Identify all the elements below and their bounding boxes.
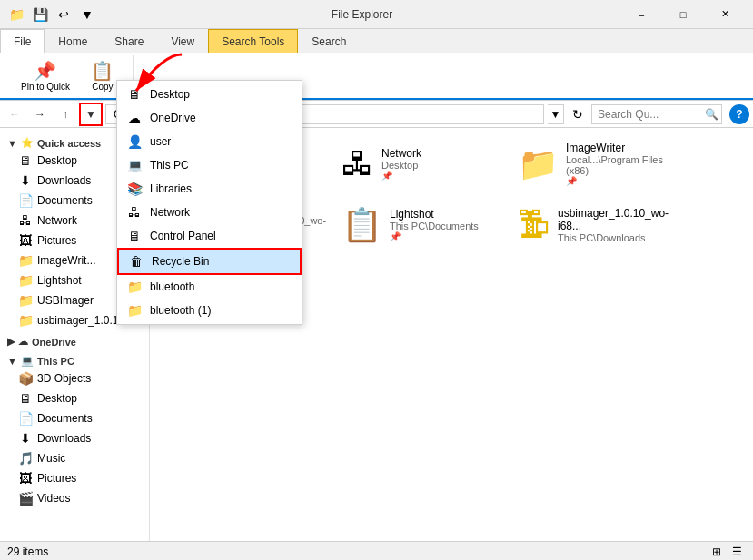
recent-locations-button[interactable]: ▼ [80,103,102,125]
pinned-imagewriter-name: ImageWriter [566,142,674,154]
dropdown-control-panel-icon: 🖥 [126,229,143,243]
dropdown-bluetooth-icon: 📁 [126,280,143,294]
dropdown-desktop-icon: 🖥 [126,87,143,102]
dropdown-this-pc-icon: 💻 [126,158,143,172]
pc-desktop-icon: 🖥 [18,391,33,406]
sidebar-item-pc-documents[interactable]: 📄 Documents [0,408,149,428]
tab-home[interactable]: Home [45,29,101,53]
back-button[interactable]: ← [4,103,25,125]
search-button[interactable]: 🔍 [701,105,721,123]
usbimager-icon: 📁 [18,293,33,308]
pinned-usbimager-file-sub: This PC\Downloads [558,232,674,243]
ribbon-tabs: File Home Share View Search Tools Search [0,29,753,53]
downloads-icon: ⬇ [18,173,33,188]
tab-file[interactable]: File [0,29,45,54]
quick-access-label: Quick access [37,138,101,149]
dropdown-item-network[interactable]: 🖧 Network [117,201,302,224]
pinned-item-lightshot[interactable]: 📋 Lightshot This PC\Documents 📌 [333,196,506,253]
pc-pictures-icon: 🖼 [18,471,33,486]
search-input[interactable] [592,105,701,123]
tab-view[interactable]: View [157,29,208,53]
sidebar-section-this-pc[interactable]: ▼ 💻 This PC [0,349,149,368]
sidebar-item-pc-music[interactable]: 🎵 Music [0,448,149,468]
pinned-lightshot-sub: This PC\Documents [390,221,479,231]
pinned-item-usbimager-file-info: usbimager_1.0.10_wo-i68... This PC\Downl… [558,207,674,243]
pinned-item-imagewriter[interactable]: 📁 ImageWriter Local...\Program Files (x8… [510,135,682,192]
sidebar-section-onedrive[interactable]: ▶ ☁ OneDrive [0,330,149,349]
sidebar-item-pc-pictures[interactable]: 🖼 Pictures [0,468,149,488]
minimize-button[interactable]: – [620,0,662,29]
pinned-item-network-info: Network Desktop 📌 [381,147,421,181]
ribbon-group-clipboard: 📌 Pin to Quick 📋 Copy [7,55,134,95]
dropdown-libraries-icon: 📚 [126,182,143,196]
dropdown-desktop-label: Desktop [150,88,190,101]
pin-button[interactable]: 📌 Pin to Quick [15,57,76,94]
address-dropdown-arrow[interactable]: ▼ [548,104,564,124]
quick-access-icon: ⭐ [21,137,34,149]
title-bar: 📁 💾 ↩ ▼ File Explorer – □ ✕ [0,0,753,29]
dropdown-network-icon: 🖧 [126,205,143,220]
sidebar-item-pc-downloads[interactable]: ⬇ Downloads [0,428,149,448]
tab-search-tools[interactable]: Search Tools [208,29,298,53]
documents-icon: 📄 [18,193,33,208]
pinned-imagewriter-pin: 📌 [566,176,674,186]
sidebar-item-pc-videos[interactable]: 🎬 Videos [0,488,149,508]
dropdown-item-bluetooth-1[interactable]: 📁 bluetooth (1) [117,299,302,322]
pc-videos-icon: 🎬 [18,491,33,506]
dropdown-item-this-pc[interactable]: 💻 This PC [117,153,302,177]
this-pc-icon: 💻 [21,355,34,367]
details-view-button[interactable]: ⊞ [708,544,726,560]
save-icon: 💾 [31,5,49,24]
3d-objects-icon: 📦 [18,371,33,386]
status-bar: 29 items ⊞ ☰ [0,541,753,560]
pinned-item-imagewriter-info: ImageWriter Local...\Program Files (x86)… [566,142,674,186]
dropdown-bluetooth-1-label: bluetooth (1) [150,304,211,317]
pinned-item-network[interactable]: 🖧 Network Desktop 📌 [333,135,506,192]
copy-label: Copy [92,82,113,92]
pinned-lightshot-pin: 📌 [390,231,479,241]
large-icons-button[interactable]: ☰ [728,544,746,560]
copy-icon: 📋 [91,60,114,82]
tab-search[interactable]: Search [298,29,360,53]
usbimager-file-folder-icon: 🗜 [518,206,550,244]
dropdown-user-icon: 👤 [126,134,143,149]
title-icons: 📁 💾 ↩ ▼ [7,5,96,24]
dropdown-item-onedrive[interactable]: ☁ OneDrive [117,106,302,130]
pinned-network-name: Network [381,147,421,160]
dropdown-item-control-panel[interactable]: 🖥 Control Panel [117,224,302,248]
pinned-item-usbimager-file[interactable]: 🗜 usbimager_1.0.10_wo-i68... This PC\Dow… [510,196,682,253]
refresh-button[interactable]: ↻ [568,104,588,124]
lightshot-icon: 📁 [18,273,33,288]
pinned-network-sub: Desktop [381,160,421,171]
dropdown-item-desktop[interactable]: 🖥 Desktop [117,83,302,106]
dropdown-item-user[interactable]: 👤 user [117,130,302,153]
this-pc-label: This PC [37,356,74,367]
dropdown-bluetooth-1-icon: 📁 [126,303,143,318]
dropdown-item-bluetooth[interactable]: 📁 bluetooth [117,275,302,299]
main-area: ▼ ⭐ Quick access 🖥 Desktop ⬇ Downloads 📄… [0,128,753,541]
pinned-imagewriter-sub: Local...\Program Files (x86) [566,154,674,176]
pc-documents-icon: 📄 [18,411,33,426]
dropdown-recycle-bin-label: Recycle Bin [152,255,209,268]
dropdown-item-libraries[interactable]: 📚 Libraries [117,177,302,201]
sidebar-item-pc-desktop[interactable]: 🖥 Desktop [0,388,149,408]
desktop-icon: 🖥 [18,153,33,168]
pinned-usbimager-file-name: usbimager_1.0.10_wo-i68... [558,207,674,232]
dropdown-this-pc-label: This PC [150,159,189,172]
dropdown-control-panel-label: Control Panel [150,230,216,242]
folder-icon: 📁 [7,5,25,24]
pin-icon: 📌 [34,60,56,82]
close-button[interactable]: ✕ [704,0,746,29]
pinned-lightshot-name: Lightshot [390,208,479,221]
help-button[interactable]: ? [729,104,749,124]
dropdown-libraries-label: Libraries [150,182,192,195]
forward-button[interactable]: → [29,103,51,125]
sidebar-item-3d-objects[interactable]: 📦 3D Objects [0,368,149,388]
tab-share[interactable]: Share [101,29,157,53]
dropdown-item-recycle-bin[interactable]: 🗑 Recycle Bin [117,248,302,275]
pictures-icon: 🖼 [18,233,33,248]
maximize-button[interactable]: □ [662,0,704,29]
network-icon: 🖧 [18,213,33,228]
pin-label: Pin to Quick [21,82,70,92]
up-button[interactable]: ↑ [54,103,76,125]
